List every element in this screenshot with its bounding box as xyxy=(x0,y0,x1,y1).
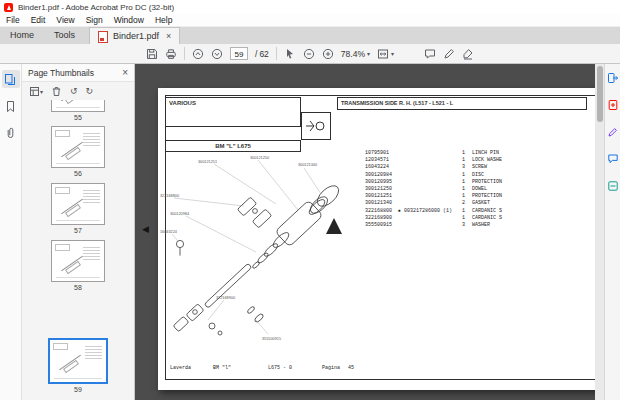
create-pdf-tool-icon[interactable] xyxy=(607,99,619,113)
highlight-tool-button[interactable] xyxy=(443,48,455,60)
parts-row: 107959011LINCH PIN xyxy=(365,150,595,157)
thumbnail-page-57[interactable]: 57 xyxy=(22,183,134,234)
diagram-callout: 355500915 xyxy=(262,337,281,341)
menu-edit[interactable]: Edit xyxy=(31,15,46,25)
save-button[interactable] xyxy=(146,48,158,60)
main-toolbar: 59 / 62 78.4% ▾ ▾ xyxy=(0,44,620,64)
thumbnail-page-59-selected[interactable]: 59 xyxy=(22,338,134,393)
zoom-out-button[interactable] xyxy=(303,48,315,60)
next-page-button[interactable] xyxy=(211,48,223,60)
page-thumbnail-image xyxy=(51,100,105,112)
titlebar: Binder1.pdf - Adobe Acrobat Pro DC (32-b… xyxy=(0,0,620,14)
delete-pages-button[interactable] xyxy=(51,86,62,97)
zoom-out-icon xyxy=(303,48,315,60)
attachments-panel-button[interactable] xyxy=(2,124,20,142)
menu-sign[interactable]: Sign xyxy=(86,15,103,25)
thumbnail-options-button[interactable]: ▾ xyxy=(29,86,43,97)
bookmarks-panel-button[interactable] xyxy=(2,97,20,115)
tabbar: Home Tools Binder1.pdf × xyxy=(0,27,620,44)
tab-tools[interactable]: Tools xyxy=(44,27,85,44)
diagram-callout: 16043224 xyxy=(160,230,177,234)
save-icon xyxy=(146,48,158,60)
print-icon xyxy=(165,48,177,60)
export-pdf-tool-icon[interactable] xyxy=(607,72,619,86)
menu-file[interactable]: File xyxy=(6,15,20,25)
fill-sign-tool-button[interactable] xyxy=(462,48,474,60)
page-thumbnail-image xyxy=(51,183,105,225)
page-number-input[interactable]: 59 xyxy=(230,47,248,60)
trash-icon xyxy=(51,86,62,97)
parts-row: 3001212501DOWEL xyxy=(365,186,595,193)
footer-brand: Laverda xyxy=(170,365,191,371)
options-grid-icon xyxy=(29,86,40,97)
menu-help[interactable]: Help xyxy=(155,15,172,25)
page-separator: / xyxy=(255,49,257,59)
parts-row: 3001209951PROTECTION xyxy=(365,179,595,186)
tab-close-icon[interactable]: × xyxy=(166,28,171,45)
page-thumbnail-image xyxy=(51,126,105,168)
parts-list: 107959011LINCH PIN 120345711LOCK WASHE 1… xyxy=(365,150,595,229)
print-button[interactable] xyxy=(165,48,177,60)
parts-row: 3001212511PROTECTION xyxy=(365,193,595,200)
page-fit-dropdown[interactable]: ▾ xyxy=(377,48,394,60)
menu-view[interactable]: View xyxy=(56,15,74,25)
parts-row: 3555009153WASHER xyxy=(365,222,595,229)
comment-tool-icon[interactable] xyxy=(607,153,619,167)
scan-ocr-tool-icon[interactable] xyxy=(607,180,619,194)
page-thumbnails-panel-button[interactable] xyxy=(2,70,20,88)
page-up-icon xyxy=(192,48,204,60)
tab-document[interactable]: Binder1.pdf × xyxy=(89,27,180,45)
diagram-callout: 300120984 xyxy=(170,212,189,216)
pencil-icon xyxy=(443,48,455,60)
parts-row: 120345711LOCK WASHE xyxy=(365,157,595,164)
footer-page-number: 45 xyxy=(348,365,354,371)
select-tool-button[interactable] xyxy=(284,48,296,60)
toolbar-divider xyxy=(276,47,277,60)
tab-home[interactable]: Home xyxy=(0,27,44,44)
page-thumbnail-image xyxy=(51,240,105,282)
toolbar-divider xyxy=(184,47,185,60)
parts-row: 160432243SCREW xyxy=(365,164,595,171)
parts-row: 322168800● 003217286000 (1)1CARDANIC S xyxy=(365,208,595,215)
panel-close-icon[interactable]: × xyxy=(122,67,128,78)
zoom-in-button[interactable] xyxy=(322,48,334,60)
rotate-right-icon: ↻ xyxy=(86,86,94,96)
scrollbar-thumb[interactable] xyxy=(597,66,603,122)
menu-window[interactable]: Window xyxy=(114,15,144,25)
thumbnail-page-55[interactable]: 55 xyxy=(22,100,134,121)
panel-header: Page Thumbnails × xyxy=(22,64,134,82)
thumbnail-page-number: 56 xyxy=(22,170,134,177)
page-thumbnails-icon xyxy=(4,73,17,86)
vertical-scrollbar[interactable] xyxy=(595,64,604,400)
comment-tool-button[interactable] xyxy=(424,48,436,60)
previous-page-button[interactable] xyxy=(192,48,204,60)
panel-title: Page Thumbnails xyxy=(28,68,94,78)
chevron-down-icon: ▾ xyxy=(391,50,394,57)
footer-code: L675 - 0 xyxy=(268,365,292,371)
pdf-page: VARIOUS BM "L" L675 TRANSMISSION SIDE R.… xyxy=(158,88,600,390)
section-header-box: VARIOUS xyxy=(165,97,301,127)
section-header-text: VARIOUS xyxy=(169,100,196,106)
diagram-callout: 300121340 xyxy=(298,163,317,167)
model-label-text: BM "L" L675 xyxy=(215,143,251,149)
paperclip-icon xyxy=(4,127,17,140)
cursor-icon xyxy=(284,48,296,60)
diagram-pointer xyxy=(326,218,342,234)
edit-pdf-tool-icon[interactable] xyxy=(607,126,619,140)
thumbnail-page-58[interactable]: 58 xyxy=(22,240,134,291)
rotate-right-button[interactable]: ↻ xyxy=(86,86,94,96)
thumbnails-toolbar: ▾ ↺ ↻ xyxy=(22,82,134,100)
zoom-level-dropdown[interactable]: 78.4% ▾ xyxy=(341,49,370,59)
page-total: 62 xyxy=(259,49,268,59)
tools-rail xyxy=(604,64,620,400)
rotate-left-button[interactable]: ↺ xyxy=(70,86,78,96)
cardan-symbol-box xyxy=(301,112,331,140)
left-arrow-icon: ◀ xyxy=(142,224,149,234)
thumbnail-page-56[interactable]: 56 xyxy=(22,126,134,177)
parts-row: 3221689001CARDANIC S xyxy=(365,215,595,222)
drawing-title-box: TRANSMISSION SIDE R. H. (L517 - L521 - L xyxy=(337,97,587,110)
previous-page-overlay-button[interactable]: ◀ xyxy=(142,224,149,234)
zoom-in-icon xyxy=(322,48,334,60)
acrobat-window: Binder1.pdf - Adobe Acrobat Pro DC (32-b… xyxy=(0,0,620,400)
diagram-callout: 300121251 xyxy=(198,160,217,164)
